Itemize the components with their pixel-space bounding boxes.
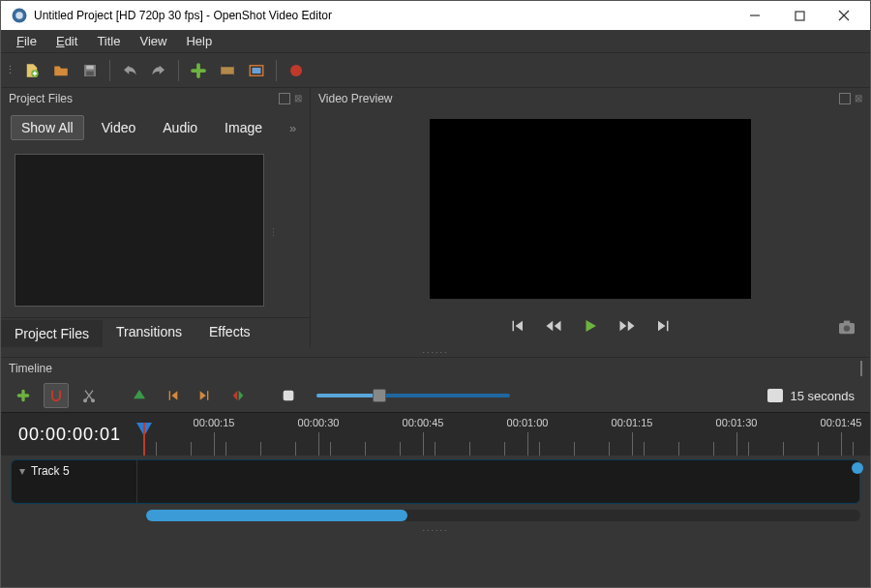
splitter-grip-icon[interactable]: ······	[1, 347, 870, 357]
app-logo-icon	[11, 7, 28, 24]
ruler-label: 00:01:45	[821, 417, 862, 428]
duration-icon	[767, 389, 783, 402]
tab-transitions[interactable]: Transitions	[103, 318, 195, 347]
undock-preview-icon[interactable]	[839, 93, 851, 104]
svg-point-19	[83, 398, 87, 402]
svg-rect-11	[221, 65, 234, 67]
center-playhead-button[interactable]	[225, 383, 251, 408]
fullscreen-button[interactable]	[243, 57, 270, 84]
menu-title[interactable]: Title	[89, 32, 128, 50]
svg-rect-9	[86, 71, 94, 75]
track-body[interactable]	[137, 460, 859, 503]
main-toolbar: ⋮	[1, 53, 870, 88]
razor-button[interactable]	[76, 383, 102, 408]
project-files-area[interactable]: ⋯	[1, 146, 310, 317]
svg-point-15	[290, 65, 302, 76]
export-video-button[interactable]	[283, 57, 310, 84]
play-button[interactable]	[581, 317, 600, 335]
playhead-line	[143, 423, 145, 456]
undock-icon[interactable]	[279, 93, 290, 104]
add-track-button[interactable]	[11, 383, 36, 408]
rewind-button[interactable]	[544, 317, 563, 335]
ruler-label: 00:00:30	[298, 417, 340, 428]
filter-image[interactable]: Image	[215, 116, 272, 139]
tab-effects[interactable]: Effects	[195, 318, 264, 347]
timeline-panel: Timeline 15 seconds 00:00:00:01 00:00:15…	[1, 357, 870, 535]
filter-tabs: Show All Video Audio Image »	[1, 109, 310, 146]
svg-point-20	[91, 398, 95, 402]
preview-canvas	[311, 109, 870, 309]
filter-show-all[interactable]: Show All	[11, 115, 84, 140]
menu-edit[interactable]: Edit	[48, 32, 85, 50]
next-marker-button[interactable]	[193, 383, 218, 408]
video-preview-panel: Video Preview ⊠	[311, 88, 870, 347]
resize-grip-icon[interactable]: ⋯	[268, 227, 279, 237]
timeline-label: Timeline	[9, 362, 52, 375]
svg-rect-18	[844, 321, 850, 324]
svg-rect-8	[86, 65, 94, 69]
jump-start-button[interactable]	[507, 317, 526, 335]
previous-marker-button[interactable]	[160, 383, 185, 408]
ruler-label: 00:00:45	[403, 417, 444, 428]
svg-rect-3	[796, 12, 804, 20]
maximize-button[interactable]	[777, 1, 822, 30]
open-project-button[interactable]	[47, 57, 75, 84]
zoom-duration-label: 15 seconds	[791, 389, 856, 403]
undo-button[interactable]	[116, 57, 143, 84]
save-project-button[interactable]	[76, 57, 104, 84]
import-files-button[interactable]	[185, 57, 212, 84]
timeline-ruler-area: 00:00:00:01 00:00:1500:00:3000:00:4500:0…	[1, 412, 870, 456]
track-header[interactable]: ▾ Track 5	[12, 460, 137, 503]
close-button[interactable]	[822, 1, 866, 30]
project-files-label: Project Files	[9, 92, 73, 105]
timeline-h-scrollbar[interactable]	[146, 510, 860, 521]
project-files-header: Project Files ⊠	[1, 88, 310, 109]
add-marker-button[interactable]	[127, 383, 152, 408]
svg-rect-12	[221, 74, 234, 75]
timeline-ruler[interactable]: 00:00:1500:00:3000:00:4500:01:0000:01:15…	[136, 413, 870, 456]
svg-point-1	[15, 12, 23, 19]
zoom-slider[interactable]	[316, 394, 510, 397]
filter-audio[interactable]: Audio	[153, 116, 207, 139]
undock-timeline-icon[interactable]	[860, 361, 862, 376]
minimize-button[interactable]	[733, 1, 777, 30]
choose-profile-button[interactable]	[214, 57, 241, 84]
menu-help[interactable]: Help	[178, 32, 220, 50]
vertical-scroll-thumb[interactable]	[852, 462, 863, 474]
project-file-thumbnail[interactable]	[15, 154, 264, 307]
window-title: Untitled Project [HD 720p 30 fps] - Open…	[34, 9, 733, 22]
bottom-grip-icon[interactable]: ······	[1, 521, 870, 535]
track-name-label: Track 5	[31, 464, 70, 499]
playback-controls	[311, 309, 870, 347]
svg-point-17	[844, 325, 850, 331]
video-preview-box[interactable]	[430, 119, 751, 299]
close-panel-icon[interactable]: ⊠	[294, 93, 302, 104]
filter-video[interactable]: Video	[92, 116, 146, 139]
menu-view[interactable]: View	[132, 32, 174, 50]
jump-end-button[interactable]	[654, 317, 674, 335]
ruler-label: 00:01:00	[507, 417, 549, 428]
zoom-tool-button[interactable]	[276, 383, 301, 408]
timecode-display[interactable]: 00:00:00:01	[1, 413, 136, 456]
snapshot-icon[interactable]	[837, 319, 856, 338]
video-preview-label: Video Preview	[318, 92, 393, 105]
svg-rect-21	[284, 391, 294, 401]
lower-tabs: Project Files Transitions Effects	[1, 317, 310, 347]
svg-rect-14	[253, 68, 261, 74]
filter-more-icon[interactable]: »	[289, 121, 296, 135]
project-files-panel: Project Files ⊠ Show All Video Audio Ima…	[1, 88, 311, 347]
redo-button[interactable]	[145, 57, 172, 84]
timeline-h-scroll-thumb[interactable]	[146, 510, 407, 521]
fast-forward-button[interactable]	[617, 317, 637, 335]
new-project-button[interactable]	[18, 57, 45, 84]
ruler-label: 00:01:30	[716, 417, 758, 428]
snapping-button[interactable]	[44, 383, 69, 408]
ruler-label: 00:00:15	[194, 417, 235, 428]
ruler-label: 00:01:15	[612, 417, 653, 428]
menu-file[interactable]: File	[9, 32, 45, 50]
track-collapse-icon[interactable]: ▾	[19, 464, 25, 499]
tab-project-files[interactable]: Project Files	[1, 318, 103, 347]
menu-bar: File Edit Title View Help	[1, 30, 870, 53]
close-preview-icon[interactable]: ⊠	[855, 93, 862, 104]
video-preview-header: Video Preview ⊠	[311, 88, 870, 109]
